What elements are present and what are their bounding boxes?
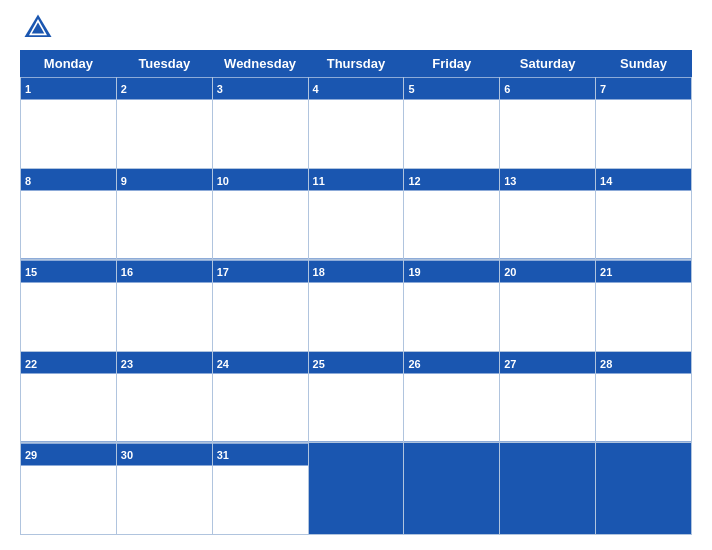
calendar-cell: 20	[500, 260, 596, 352]
calendar-cell: 7	[596, 77, 692, 169]
date-number: 13	[504, 175, 516, 187]
day-header-sunday: Sunday	[596, 51, 692, 77]
date-number: 3	[217, 83, 223, 95]
calendar-cell: 13	[500, 168, 596, 260]
calendar-cell	[500, 443, 596, 535]
logo-icon	[20, 10, 56, 46]
calendar-cell: 26	[404, 351, 500, 443]
calendar-cell: 9	[116, 168, 212, 260]
date-number: 5	[408, 83, 414, 95]
date-number: 19	[408, 266, 420, 278]
calendar-cell: 27	[500, 351, 596, 443]
calendar-cell: 5	[404, 77, 500, 169]
calendar-cell: 16	[116, 260, 212, 352]
calendar-cell	[308, 443, 404, 535]
days-row: MondayTuesdayWednesdayThursdayFridaySatu…	[21, 51, 692, 77]
calendar-body: 1234567891011121314151617181920212223242…	[21, 77, 692, 535]
week-row-2: 891011121314	[21, 168, 692, 260]
week-row-5: 293031	[21, 443, 692, 535]
date-number: 9	[121, 175, 127, 187]
calendar-cell: 6	[500, 77, 596, 169]
week-row-4: 22232425262728	[21, 351, 692, 443]
week-row-1: 1234567	[21, 77, 692, 169]
date-number: 7	[600, 83, 606, 95]
calendar-cell: 19	[404, 260, 500, 352]
date-number: 31	[217, 449, 229, 461]
calendar-cell: 10	[212, 168, 308, 260]
logo	[20, 10, 60, 46]
calendar-cell: 14	[596, 168, 692, 260]
day-header-friday: Friday	[404, 51, 500, 77]
calendar-cell: 21	[596, 260, 692, 352]
calendar-cell: 12	[404, 168, 500, 260]
top-bar	[20, 10, 692, 46]
date-number: 4	[313, 83, 319, 95]
calendar-cell: 17	[212, 260, 308, 352]
date-number: 12	[408, 175, 420, 187]
date-number: 8	[25, 175, 31, 187]
date-number: 18	[313, 266, 325, 278]
date-number: 23	[121, 358, 133, 370]
calendar-cell: 31	[212, 443, 308, 535]
date-number: 6	[504, 83, 510, 95]
calendar-cell: 29	[21, 443, 117, 535]
date-number: 20	[504, 266, 516, 278]
date-number: 28	[600, 358, 612, 370]
day-header-tuesday: Tuesday	[116, 51, 212, 77]
calendar: MondayTuesdayWednesdayThursdayFridaySatu…	[20, 50, 692, 535]
calendar-cell: 8	[21, 168, 117, 260]
date-number: 2	[121, 83, 127, 95]
calendar-cell	[404, 443, 500, 535]
calendar-header: MondayTuesdayWednesdayThursdayFridaySatu…	[21, 51, 692, 77]
calendar-cell: 28	[596, 351, 692, 443]
calendar-cell: 24	[212, 351, 308, 443]
day-header-monday: Monday	[21, 51, 117, 77]
calendar-cell	[596, 443, 692, 535]
calendar-cell: 25	[308, 351, 404, 443]
calendar-cell: 15	[21, 260, 117, 352]
date-number: 1	[25, 83, 31, 95]
day-header-wednesday: Wednesday	[212, 51, 308, 77]
week-row-3: 15161718192021	[21, 260, 692, 352]
date-number: 25	[313, 358, 325, 370]
date-number: 14	[600, 175, 612, 187]
date-number: 29	[25, 449, 37, 461]
date-number: 30	[121, 449, 133, 461]
date-number: 15	[25, 266, 37, 278]
calendar-cell: 18	[308, 260, 404, 352]
calendar-cell: 11	[308, 168, 404, 260]
date-number: 17	[217, 266, 229, 278]
calendar-cell: 2	[116, 77, 212, 169]
day-header-thursday: Thursday	[308, 51, 404, 77]
date-number: 10	[217, 175, 229, 187]
date-number: 26	[408, 358, 420, 370]
date-number: 27	[504, 358, 516, 370]
date-number: 24	[217, 358, 229, 370]
date-number: 11	[313, 175, 325, 187]
calendar-cell: 23	[116, 351, 212, 443]
calendar-cell: 30	[116, 443, 212, 535]
day-header-saturday: Saturday	[500, 51, 596, 77]
date-number: 16	[121, 266, 133, 278]
calendar-cell: 4	[308, 77, 404, 169]
date-number: 21	[600, 266, 612, 278]
calendar-cell: 22	[21, 351, 117, 443]
calendar-cell: 3	[212, 77, 308, 169]
calendar-cell: 1	[21, 77, 117, 169]
date-number: 22	[25, 358, 37, 370]
